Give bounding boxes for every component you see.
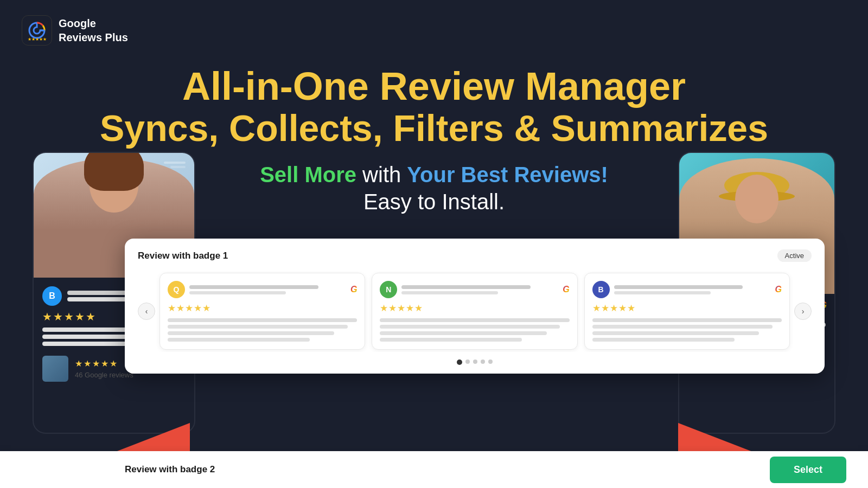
carousel-dots [138,359,812,365]
avatar-b: B [42,286,62,306]
carousel-dot-4[interactable] [481,359,485,364]
avatar-b2: B [592,281,610,298]
app-name: Google Reviews Plus [59,16,128,44]
select-button[interactable]: Select [770,457,846,483]
avatar-n: N [380,281,397,298]
carousel-wrapper: ‹ Q G ★★★★★ [138,271,812,352]
best-reviews-text: Your Best Reviews! [407,163,608,187]
carousel-cards: Q G ★★★★★ [155,271,794,352]
review-card-2: N G ★★★★★ [372,273,577,350]
widget-header: Review with badge 1 Active [138,249,812,262]
sell-more-text: Sell More [260,163,356,187]
carousel-dot-5[interactable] [488,359,493,364]
header: ★★★★★ Google Reviews Plus [22,15,128,46]
app-logo-icon: ★★★★★ [22,15,52,46]
carousel-next-button[interactable]: › [794,303,812,320]
google-logo-card3: G [775,285,782,294]
widget2-title: Review with badge 2 [125,464,215,475]
hero-title-line2: Syncs, Collects, Filters & Summarizes [0,108,868,149]
hero-title-line1: All-in-One Review Manager [0,65,868,108]
bottom-bar: Review with badge 2 Select [0,451,868,488]
carousel-dot-3[interactable] [473,359,477,364]
review-card-3: B G ★★★★★ [584,273,790,350]
carousel-prev-button[interactable]: ‹ [138,303,155,320]
active-status-badge: Active [777,249,812,262]
carousel-dot-2[interactable] [465,359,470,364]
widget-title: Review with badge 1 [138,251,228,261]
review-card-1: Q G ★★★★★ [159,273,365,350]
carousel-dot-1[interactable] [457,359,462,365]
google-logo-card2: G [563,285,569,294]
google-logo-card1: G [350,285,357,294]
widget-card-main: Review with badge 1 Active ‹ Q G [125,239,825,374]
avatar-q: Q [168,281,185,298]
svg-text:★★★★★: ★★★★★ [28,37,47,42]
